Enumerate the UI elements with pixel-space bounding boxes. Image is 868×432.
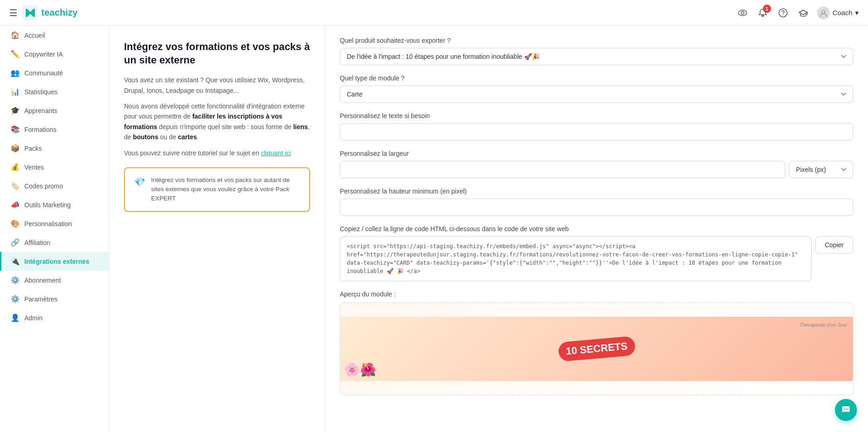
sidebar-item-apprenants[interactable]: 🎓 Apprenants — [0, 101, 109, 120]
product-label: Quel produit souhaitez-vous exporter ? — [340, 37, 853, 44]
chat-bubble[interactable] — [835, 399, 857, 421]
sidebar-item-communaute[interactable]: 👥 Communauté — [0, 63, 109, 82]
expert-box: 💎 Intégrez vos formations et vos packs s… — [124, 167, 310, 212]
sidebar-label-communaute: Communauté — [24, 69, 63, 77]
bold-cartes: cartes — [178, 133, 197, 141]
brand-watermark: Thérapeute d'un Jour — [800, 322, 847, 328]
code-label: Copiez / collez la ligne de code HTML ci… — [340, 225, 853, 233]
logo[interactable]: teachizy — [23, 6, 78, 20]
sidebar-item-outils-marketing[interactable]: 📣 Outils Marketing — [0, 195, 109, 214]
parametres-icon: ⚙️ — [11, 295, 20, 303]
svg-point-6 — [844, 409, 845, 409]
codes-promo-icon: 🏷️ — [11, 182, 20, 190]
preview-label: Aperçu du module : — [340, 290, 853, 298]
sidebar-label-parametres: Paramètres — [24, 296, 57, 303]
tutorial-link[interactable]: cliquant ici — [261, 149, 291, 157]
left-panel: Intégrez vos formations et vos packs à u… — [109, 26, 325, 432]
secrets-badge: 10 SECRETS — [558, 336, 636, 362]
bold-faciliter: faciliter les inscriptions à vos formati… — [124, 113, 282, 130]
notifications-icon[interactable]: 1 — [756, 6, 769, 19]
page-title: Intégrez vos formations et vos packs à u… — [124, 40, 310, 67]
sidebar-item-copywriter[interactable]: ✏️ Copywriter IA — [0, 45, 109, 63]
sidebar-item-abonnement[interactable]: ⚙️ Abonnement — [0, 271, 109, 290]
sidebar-item-personnalisation[interactable]: 🎨 Personnalisation — [0, 214, 109, 233]
graduation-icon[interactable] — [797, 6, 810, 19]
preview-card: 🌸🌺 10 SECRETS Thérapeute d'un Jour — [340, 303, 853, 395]
sidebar-label-accueil: Accueil — [24, 32, 45, 39]
preview-section: Aperçu du module : 🌸🌺 10 SECRETS Thérape… — [340, 290, 853, 395]
statistiques-icon: 📊 — [11, 87, 20, 96]
sidebar-label-ventes: Ventes — [24, 164, 44, 171]
sidebar-item-codes-promo[interactable]: 🏷️ Codes promo — [0, 176, 109, 195]
text-input[interactable] — [340, 123, 853, 141]
sidebar-label-apprenants: Apprenants — [24, 107, 57, 114]
module-label: Quel type de module ? — [340, 74, 853, 82]
bold-boutons: boutons — [133, 133, 158, 141]
width-row: Pixels (px) — [340, 161, 853, 178]
description-para3: Vous pouvez suivre notre tutoriel sur le… — [124, 148, 310, 158]
outils-marketing-icon: 📣 — [11, 200, 20, 209]
diamond-icon: 💎 — [134, 176, 146, 188]
topnav: ☰ teachizy 1 Coach — [0, 0, 868, 26]
copy-button[interactable]: Copier — [815, 236, 853, 254]
sidebar-item-integrations[interactable]: 🔌 Intégrations externes — [0, 252, 109, 271]
sidebar-item-statistiques[interactable]: 📊 Statistiques — [0, 82, 109, 101]
module-group: Quel type de module ? Carte — [340, 74, 853, 103]
code-content: <script src="https://api-staging.teachiz… — [347, 243, 798, 274]
sidebar-label-outils-marketing: Outils Marketing — [24, 201, 71, 209]
coach-menu[interactable]: Coach ▾ — [817, 6, 859, 19]
preview-box: 🌸🌺 10 SECRETS Thérapeute d'un Jour — [340, 302, 853, 395]
description-para1: Vous avez un site existant ? Que vous ut… — [124, 75, 310, 96]
ventes-icon: 💰 — [11, 163, 20, 171]
sidebar-label-affiliation: Affiliation — [24, 239, 51, 246]
sidebar-item-parametres[interactable]: ⚙️ Paramètres — [0, 290, 109, 308]
text-group: Personnalisez le texte si besoin — [340, 112, 853, 141]
formations-icon: 📚 — [11, 125, 20, 134]
help-icon[interactable] — [777, 6, 789, 19]
flowers-decoration: 🌸🌺 — [344, 362, 376, 377]
sidebar-item-admin[interactable]: 👤 Admin — [0, 308, 109, 327]
module-select[interactable]: Carte — [340, 85, 853, 103]
height-input[interactable] — [340, 199, 853, 216]
width-unit-select[interactable]: Pixels (px) — [789, 161, 853, 178]
svg-point-1 — [738, 10, 747, 16]
coach-label: Coach — [833, 9, 852, 17]
width-group: Personnalisez la largeur Pixels (px) — [340, 150, 853, 178]
width-label: Personnalisez la largeur — [340, 150, 853, 157]
communaute-icon: 👥 — [11, 68, 20, 77]
code-section: Copiez / collez la ligne de code HTML ci… — [340, 225, 853, 281]
copywriter-icon: ✏️ — [11, 50, 20, 58]
sidebar-label-admin: Admin — [24, 314, 43, 322]
integrations-icon: 🔌 — [11, 257, 20, 266]
svg-point-8 — [847, 409, 848, 409]
main-content: Intégrez vos formations et vos packs à u… — [109, 26, 868, 432]
admin-icon: 👤 — [11, 313, 20, 322]
code-box[interactable]: <script src="https://api-staging.teachiz… — [340, 236, 812, 281]
product-group: Quel produit souhaitez-vous exporter ? D… — [340, 37, 853, 65]
affiliation-icon: 🔗 — [11, 238, 20, 247]
sidebar-label-packs: Packs — [24, 145, 42, 152]
sidebar-label-formations: Formations — [24, 126, 56, 133]
svg-point-7 — [845, 409, 846, 409]
preview-illustration: 🌸🌺 10 SECRETS Thérapeute d'un Jour — [340, 317, 853, 381]
sidebar-label-copywriter: Copywriter IA — [24, 51, 63, 58]
sidebar: 🏠 Accueil ✏️ Copywriter IA 👥 Communauté … — [0, 26, 109, 432]
sidebar-item-formations[interactable]: 📚 Formations — [0, 120, 109, 139]
sidebar-item-accueil[interactable]: 🏠 Accueil — [0, 26, 109, 45]
height-group: Personnalisez la hauteur minimum (en pix… — [340, 188, 853, 216]
sidebar-item-affiliation[interactable]: 🔗 Affiliation — [0, 233, 109, 252]
code-copy-row: <script src="https://api-staging.teachiz… — [340, 236, 853, 281]
width-input[interactable] — [340, 161, 785, 178]
app-body: 🏠 Accueil ✏️ Copywriter IA 👥 Communauté … — [0, 26, 868, 432]
avatar — [817, 6, 830, 19]
bold-liens: liens — [293, 123, 308, 131]
sidebar-item-ventes[interactable]: 💰 Ventes — [0, 158, 109, 176]
sidebar-item-packs[interactable]: 📦 Packs — [0, 139, 109, 158]
hamburger-icon[interactable]: ☰ — [9, 7, 17, 18]
height-label: Personnalisez la hauteur minimum (en pix… — [340, 188, 853, 195]
notification-badge: 1 — [763, 5, 771, 13]
product-select[interactable]: De l'idée à l'impact : 10 étapes pour un… — [340, 48, 853, 65]
eye-icon[interactable] — [736, 6, 749, 19]
sidebar-label-codes-promo: Codes promo — [24, 182, 63, 190]
accueil-icon: 🏠 — [11, 31, 20, 40]
